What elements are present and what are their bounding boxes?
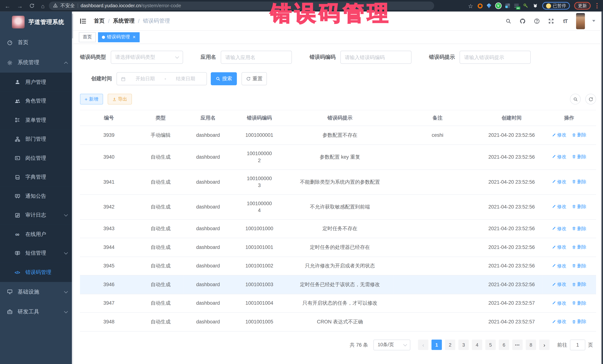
tab-home[interactable]: 首页 bbox=[79, 32, 96, 42]
next-page-button[interactable]: › bbox=[539, 340, 550, 350]
page-button-6[interactable]: 6 bbox=[499, 340, 509, 350]
sidebar-item-dept[interactable]: 部门管理 bbox=[0, 130, 73, 149]
reload-icon[interactable] bbox=[29, 3, 35, 9]
sidebar-item-dev-tools[interactable]: 研发工具 bbox=[0, 302, 73, 322]
page-button-5[interactable]: 5 bbox=[485, 340, 496, 350]
page-button-4[interactable]: 4 bbox=[472, 340, 482, 350]
reset-button[interactable]: 重置 bbox=[242, 72, 267, 85]
delete-icon bbox=[572, 133, 576, 137]
extension-green-v-icon[interactable]: V bbox=[496, 3, 501, 9]
github-icon[interactable] bbox=[519, 17, 526, 24]
cell-type: 自动生成 bbox=[138, 194, 183, 220]
hamburger-icon[interactable] bbox=[79, 17, 87, 25]
forward-icon[interactable]: → bbox=[17, 3, 23, 9]
sidebar-item-home[interactable]: 首页 bbox=[0, 33, 73, 53]
window-scrollbar[interactable] bbox=[602, 11, 603, 364]
page-button-2[interactable]: 2 bbox=[445, 340, 455, 350]
page-button-3[interactable]: 3 bbox=[458, 340, 469, 350]
sidebar-item-dict[interactable]: 字典管理 bbox=[0, 168, 73, 187]
browser-menu-icon[interactable] bbox=[595, 3, 599, 9]
sidebar-item-menu[interactable]: 菜单管理 bbox=[0, 111, 73, 130]
search-icon[interactable] bbox=[505, 17, 512, 24]
delete-link[interactable]: 删除 bbox=[572, 225, 587, 232]
sidebar-item-user[interactable]: 用户管理 bbox=[0, 73, 73, 92]
extension-orange-ring-icon[interactable] bbox=[477, 3, 482, 8]
refresh-table-icon[interactable] bbox=[585, 94, 596, 105]
delete-link[interactable]: 删除 bbox=[572, 132, 587, 138]
edit-link[interactable]: 修改 bbox=[552, 203, 567, 210]
sidebar-item-error-code[interactable]: </>错误码管理 bbox=[0, 263, 73, 282]
app-logo[interactable]: 芋道管理系统 bbox=[0, 11, 73, 33]
delete-link[interactable]: 删除 bbox=[572, 203, 587, 210]
workspace: 首页/系统管理/错误码管理 tT 首 bbox=[73, 11, 602, 364]
edit-link[interactable]: 修改 bbox=[552, 225, 567, 232]
profile-paused-badge[interactable]: 已暂停 bbox=[542, 2, 570, 10]
cell-time: 2021-04-20 23:52:56 bbox=[481, 275, 542, 294]
extension-key-icon[interactable] bbox=[523, 3, 528, 9]
extension-grid-icon[interactable] bbox=[505, 3, 510, 8]
search-button[interactable]: 搜索 bbox=[211, 72, 237, 85]
edit-link[interactable]: 修改 bbox=[552, 153, 567, 160]
font-size-icon[interactable]: tT bbox=[562, 17, 569, 24]
add-button[interactable]: + 新增 bbox=[80, 94, 103, 105]
home-icon[interactable]: ⌂ bbox=[41, 3, 45, 9]
sidebar-item-role[interactable]: 角色管理 bbox=[0, 92, 73, 111]
error-type-select[interactable]: 请选择错误码类型 bbox=[111, 51, 183, 64]
delete-link[interactable]: 删除 bbox=[572, 243, 587, 250]
table-row: 3940自动生成dashboard100100000 2参数配置 key 重复2… bbox=[80, 144, 596, 169]
error-hint-input[interactable] bbox=[464, 54, 526, 60]
page-button-1[interactable]: 1 bbox=[431, 340, 442, 350]
fullscreen-icon[interactable] bbox=[548, 17, 555, 24]
cell-id: 3943 bbox=[80, 220, 138, 238]
cell-type: 自动生成 bbox=[138, 275, 183, 294]
error-code-input[interactable] bbox=[345, 54, 407, 60]
tab-error-code[interactable]: 错误码管理 × bbox=[98, 32, 139, 42]
sidebar-item-infra[interactable]: 基础设施 bbox=[0, 282, 73, 302]
sidebar-item-audit-log[interactable]: 审计日志 bbox=[0, 206, 73, 225]
extension-blue-gem-icon[interactable] bbox=[487, 3, 491, 8]
breadcrumb-item[interactable]: 首页 bbox=[94, 17, 105, 24]
breadcrumb-item[interactable]: 系统管理 bbox=[113, 17, 135, 24]
chrome-update-button[interactable]: 更新 bbox=[574, 2, 591, 10]
page-size-select[interactable]: 10条/页 bbox=[373, 339, 410, 350]
delete-link[interactable]: 删除 bbox=[572, 153, 587, 160]
close-icon[interactable]: × bbox=[133, 35, 136, 40]
help-icon[interactable] bbox=[533, 17, 540, 24]
prev-page-button[interactable]: ‹ bbox=[418, 340, 429, 350]
goto-page-input[interactable] bbox=[570, 339, 585, 350]
sidebar-item-sms[interactable]: 短信管理 bbox=[0, 244, 73, 263]
edit-link[interactable]: 修改 bbox=[552, 318, 567, 325]
extension-puzzle-icon[interactable] bbox=[533, 3, 538, 9]
sidebar-item-system[interactable]: 系统管理 bbox=[0, 53, 73, 73]
user-avatar[interactable] bbox=[576, 13, 585, 29]
edit-link[interactable]: 修改 bbox=[552, 132, 567, 138]
back-icon[interactable]: ← bbox=[5, 3, 10, 9]
address-bar[interactable]: 不安全 dashboard.yudao.iocoder.cn/system/er… bbox=[49, 1, 434, 10]
sidebar-item-online-user[interactable]: ∞在线用户 bbox=[0, 225, 73, 244]
sidebar-scrollbar[interactable] bbox=[72, 11, 73, 364]
edit-link[interactable]: 修改 bbox=[552, 281, 567, 288]
app-name-input[interactable] bbox=[225, 54, 287, 60]
bookmark-star-icon[interactable]: ☆ bbox=[468, 3, 473, 9]
edit-link[interactable]: 修改 bbox=[552, 178, 567, 185]
filter-label: 应用名 bbox=[201, 54, 216, 61]
page-ellipsis[interactable]: ••• bbox=[512, 340, 523, 350]
delete-link[interactable]: 删除 bbox=[572, 262, 587, 269]
delete-link[interactable]: 删除 bbox=[572, 178, 587, 185]
date-range-picker[interactable]: 开始日期 - 结束日期 bbox=[116, 72, 207, 85]
delete-link[interactable]: 删除 bbox=[572, 299, 587, 306]
cell-app: dashboard bbox=[183, 126, 233, 144]
edit-link[interactable]: 修改 bbox=[552, 243, 567, 250]
delete-link[interactable]: 删除 bbox=[572, 318, 587, 325]
sidebar-item-post[interactable]: 岗位管理 bbox=[0, 149, 73, 168]
edit-link[interactable]: 修改 bbox=[552, 262, 567, 269]
user-menu-caret-icon[interactable] bbox=[592, 20, 595, 22]
edit-link[interactable]: 修改 bbox=[552, 299, 567, 306]
delete-link[interactable]: 删除 bbox=[572, 281, 587, 288]
extension-list-on-icon[interactable]: on bbox=[514, 3, 519, 8]
table-toolbar: + 新增 导出 bbox=[80, 94, 596, 105]
export-button[interactable]: 导出 bbox=[108, 94, 132, 105]
sidebar-item-notice[interactable]: 通知公告 bbox=[0, 187, 73, 206]
page-button-8[interactable]: 8 bbox=[526, 340, 536, 350]
show-search-icon[interactable] bbox=[570, 94, 581, 105]
